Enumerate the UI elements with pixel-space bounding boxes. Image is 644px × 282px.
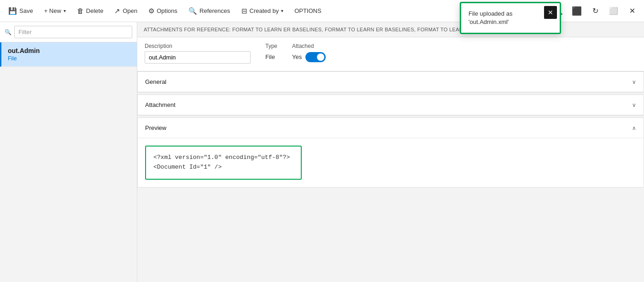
preview-section-body: <?xml version="1.0" encoding="utf-8"?> <… <box>138 138 644 187</box>
description-input[interactable] <box>145 51 251 64</box>
sections-area: General ∨ Attachment ∨ Preview ∧ <box>137 71 644 282</box>
sidebar-item-name: out.Admin <box>8 47 130 54</box>
new-label: + New <box>44 7 61 14</box>
attachment-section: Attachment ∨ <box>137 94 644 116</box>
office-button[interactable]: ⬛ <box>568 3 585 19</box>
gear-icon: ⚙ <box>148 7 154 15</box>
refresh-icon: ↻ <box>592 6 598 15</box>
references-icon: 🔍 <box>188 7 197 15</box>
delete-label: Delete <box>86 7 104 14</box>
preview-section-title: Preview <box>145 124 166 131</box>
open-button[interactable]: ↗ Open <box>110 4 142 18</box>
delete-button[interactable]: 🗑 Delete <box>72 4 108 18</box>
popout-icon: ⬜ <box>609 6 618 15</box>
chevron-down-icon: ▾ <box>64 8 66 13</box>
created-by-label: Created by <box>250 7 279 14</box>
filter-icon: ⊟ <box>241 7 247 15</box>
breadcrumb: ATTACHMENTS FOR REFERENCE: FORMAT TO LEA… <box>137 22 644 37</box>
description-label: Description <box>145 43 251 49</box>
open-label: Open <box>123 7 137 14</box>
notification-line1: File uploaded as <box>468 10 512 17</box>
attached-toggle-container: Yes <box>292 51 326 63</box>
form-area: Description Type File Attached Yes <box>137 37 644 71</box>
attachment-chevron-icon: ∨ <box>632 102 636 108</box>
preview-code-line2: <Document Id="1" /> <box>153 163 293 172</box>
general-section: General ∨ <box>137 71 644 93</box>
sidebar-list: out.Admin File <box>0 42 137 282</box>
notification-close-button[interactable]: ✕ <box>544 6 557 19</box>
preview-code: <?xml version="1.0" encoding="utf-8"?> <… <box>145 146 302 180</box>
preview-section-header[interactable]: Preview ∧ <box>138 118 644 138</box>
notification-close-icon: ✕ <box>548 9 553 16</box>
filter-box: 🔍 <box>0 22 137 42</box>
save-label: Save <box>19 7 33 14</box>
attached-toggle[interactable] <box>305 52 326 62</box>
type-field: Type File <box>265 43 277 63</box>
attachment-section-title: Attachment <box>145 101 176 108</box>
general-section-title: General <box>145 78 166 85</box>
filter-input[interactable] <box>14 26 132 38</box>
description-field: Description <box>145 43 251 64</box>
general-chevron-icon: ∨ <box>632 79 636 85</box>
new-button[interactable]: + New ▾ <box>40 5 70 17</box>
options-label: Options <box>157 7 177 14</box>
toolbar-right: 🔍 ⬛ ↻ ⬜ ✕ <box>550 3 640 19</box>
attached-label: Attached <box>292 43 326 49</box>
content-area: ATTACHMENTS FOR REFERENCE: FORMAT TO LEA… <box>137 22 644 282</box>
notification-popup: File uploaded as 'out.Admin.xml' ✕ <box>460 2 561 34</box>
chevron-down-icon-2: ▾ <box>281 8 283 13</box>
options-caps-label: OPTIONS <box>294 7 322 14</box>
open-icon: ↗ <box>114 7 120 15</box>
close-icon: ✕ <box>629 6 635 15</box>
delete-icon: 🗑 <box>77 7 84 15</box>
preview-section: Preview ∧ <?xml version="1.0" encoding="… <box>137 118 644 188</box>
general-section-header[interactable]: General ∨ <box>138 72 644 92</box>
notification-line2: 'out.Admin.xml' <box>468 18 509 25</box>
main-container: 🔍 out.Admin File ATTACHMENTS FOR REFEREN… <box>0 22 644 282</box>
sidebar-item[interactable]: out.Admin File <box>0 42 137 67</box>
options-caps-button[interactable]: OPTIONS <box>290 5 326 17</box>
save-button[interactable]: 💾 Save <box>4 4 38 18</box>
refresh-button[interactable]: ↻ <box>587 3 603 19</box>
type-value: File <box>265 51 277 63</box>
sidebar-item-type: File <box>8 55 130 62</box>
type-label: Type <box>265 43 277 49</box>
attached-value: Yes <box>292 51 302 63</box>
filter-icon: 🔍 <box>5 29 12 35</box>
attached-field: Attached Yes <box>292 43 326 63</box>
close-button[interactable]: ✕ <box>624 3 640 19</box>
save-icon: 💾 <box>8 7 17 15</box>
notification-text: File uploaded as 'out.Admin.xml' <box>468 10 541 26</box>
preview-code-line1: <?xml version="1.0" encoding="utf-8"?> <box>153 153 293 163</box>
options-button[interactable]: ⚙ Options <box>144 4 182 18</box>
references-button[interactable]: 🔍 References <box>184 4 234 18</box>
popout-button[interactable]: ⬜ <box>605 3 622 19</box>
created-by-button[interactable]: ⊟ Created by ▾ <box>237 4 288 18</box>
toolbar: 💾 Save + New ▾ 🗑 Delete ↗ Open ⚙ Options… <box>0 0 644 22</box>
preview-chevron-icon: ∧ <box>632 125 636 131</box>
references-label: References <box>199 7 230 14</box>
attachment-section-header[interactable]: Attachment ∨ <box>138 95 644 115</box>
office-icon: ⬛ <box>572 6 582 16</box>
sidebar: 🔍 out.Admin File <box>0 22 137 282</box>
